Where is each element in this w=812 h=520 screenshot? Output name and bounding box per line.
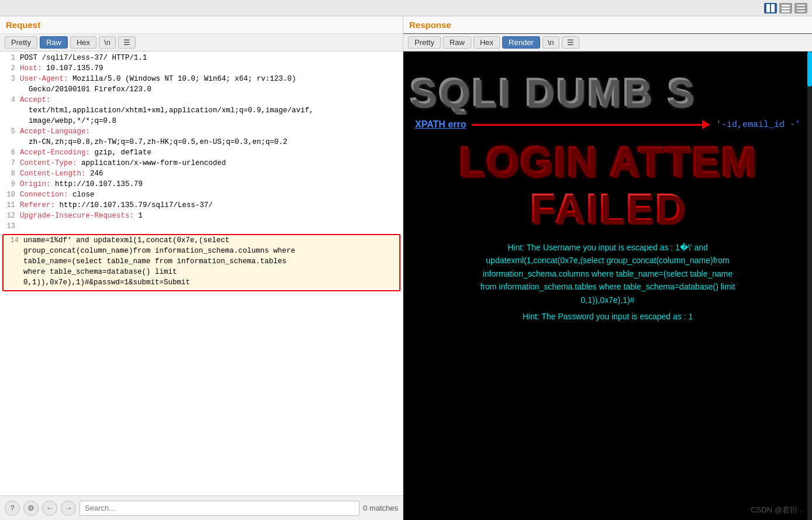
- sqli-title-area: SQLI DUMB S: [403, 51, 812, 115]
- code-line-14e: 0,1)),0x7e),1)#&passwd=1&submit=Submit: [4, 278, 399, 289]
- login-attempt-area: LOGIN ATTEM: [403, 135, 812, 185]
- top-bar: [0, 0, 812, 16]
- forward-button[interactable]: →: [61, 501, 76, 516]
- code-line-7: 7 Content-Type: application/x-www-form-u…: [0, 159, 403, 170]
- arrow-head: [702, 120, 710, 129]
- response-panel: Response Pretty Raw Hex Render \n ☰ SQLI…: [403, 16, 812, 520]
- response-body[interactable]: SQLI DUMB S XPATH erro '-id,email_id -' …: [403, 51, 812, 520]
- pretty-button[interactable]: Pretty: [5, 36, 37, 49]
- code-line-4b: text/html,application/xhtml+xml,applicat…: [0, 106, 403, 117]
- response-render-button[interactable]: Render: [502, 36, 540, 49]
- xpath-arrow: [472, 120, 710, 129]
- svg-rect-3: [782, 8, 790, 9]
- code-line-13: 13: [0, 222, 403, 233]
- menu-button[interactable]: [794, 3, 807, 13]
- arrow-line: [472, 124, 702, 126]
- response-header: Response: [403, 16, 812, 34]
- code-line-3: 3 User-Agent: Mozilla/5.0 (Windows NT 10…: [0, 75, 403, 85]
- code-line-10: 10 Connection: close: [0, 191, 403, 201]
- list-view-button[interactable]: [779, 3, 792, 13]
- hint2-text: Hint: The Password you input is escaped …: [415, 310, 800, 323]
- newline-button[interactable]: \n: [99, 36, 116, 49]
- csdn-watermark: CSDN @君衍．: [751, 505, 805, 515]
- response-raw-button[interactable]: Raw: [443, 36, 471, 49]
- code-line-11: 11 Referer: http://10.107.135.79/sqli7/L…: [0, 201, 403, 212]
- login-failed-text: FAILED: [403, 185, 812, 235]
- request-toolbar: Pretty Raw Hex \n ☰: [0, 34, 403, 51]
- code-line-14b: group_concat(column_name)from informatio…: [4, 247, 399, 257]
- help-button[interactable]: ?: [5, 501, 20, 516]
- svg-rect-2: [782, 5, 790, 6]
- code-line-14c: table_name=(select table_name from infor…: [4, 257, 399, 268]
- main-content: Request Pretty Raw Hex \n ☰ 1 POST /sqli…: [0, 16, 812, 520]
- menu-dots-button[interactable]: ☰: [118, 36, 136, 49]
- xpath-area: XPATH erro '-id,email_id -': [403, 115, 812, 135]
- login-failed-area: FAILED: [403, 185, 812, 235]
- code-line-5b: zh-CN,zh;q=0.8,zh-TW;q=0.7,zh-HK;q=0.5,e…: [0, 138, 403, 149]
- code-line-4: 4 Accept:: [0, 96, 403, 106]
- request-header: Request: [0, 16, 403, 34]
- xpath-result: '-id,email_id -': [716, 120, 800, 130]
- svg-rect-6: [797, 8, 805, 9]
- code-line-14: 14 uname=1%df' and updatexml(1,concat(0x…: [4, 236, 399, 247]
- scrollbar-thumb[interactable]: [807, 51, 812, 87]
- request-code-area[interactable]: 1 POST /sqli7/Less-37/ HTTP/1.1 2 Host: …: [0, 51, 403, 495]
- code-line-1: 1 POST /sqli7/Less-37/ HTTP/1.1: [0, 54, 403, 64]
- code-line-4c: image/webp,*/*;q=0.8: [0, 117, 403, 128]
- code-line-6: 6 Accept-Encoding: gzip, deflate: [0, 149, 403, 159]
- code-line-2: 2 Host: 10.107.135.79: [0, 64, 403, 75]
- svg-rect-1: [771, 4, 775, 12]
- scrollbar[interactable]: [807, 51, 812, 520]
- hex-button[interactable]: Hex: [70, 36, 96, 49]
- svg-rect-5: [797, 5, 805, 6]
- response-hex-button[interactable]: Hex: [474, 36, 500, 49]
- view-controls: [764, 3, 807, 13]
- request-panel: Request Pretty Raw Hex \n ☰ 1 POST /sqli…: [0, 16, 403, 520]
- response-toolbar: Pretty Raw Hex Render \n ☰: [403, 34, 812, 51]
- login-attempt-text: LOGIN ATTEM: [403, 135, 812, 185]
- response-menu-button[interactable]: ☰: [562, 36, 579, 49]
- code-line-12: 12 Upgrade-Insecure-Requests: 1: [0, 212, 403, 222]
- split-view-button[interactable]: [764, 3, 777, 13]
- xpath-label: XPATH erro: [415, 119, 466, 130]
- search-input[interactable]: [80, 501, 360, 516]
- match-count: 0 matches: [363, 504, 398, 512]
- request-bottom-bar: ? ⚙ ← → 0 matches: [0, 495, 403, 520]
- code-line-8: 8 Content-Length: 246: [0, 170, 403, 180]
- svg-rect-4: [782, 11, 790, 12]
- code-line-14d: where table_schema=database() limit: [4, 268, 399, 278]
- response-newline-button[interactable]: \n: [543, 36, 559, 49]
- code-line-3b: Gecko/20100101 Firefox/123.0: [0, 85, 403, 96]
- highlighted-payload-block: 14 uname=1%df' and updatexml(1,concat(0x…: [2, 234, 400, 291]
- raw-button[interactable]: Raw: [40, 36, 68, 49]
- code-line-5: 5 Accept-Language:: [0, 128, 403, 138]
- settings-button[interactable]: ⚙: [23, 501, 39, 516]
- hint1-text: Hint: The Username you input is escaped …: [415, 241, 800, 307]
- sqli-title: SQLI DUMB S: [403, 57, 812, 115]
- back-button[interactable]: ←: [42, 501, 57, 516]
- response-pretty-button[interactable]: Pretty: [408, 36, 441, 49]
- svg-rect-0: [766, 4, 770, 12]
- hint-section: Hint: The Username you input is escaped …: [403, 235, 812, 329]
- svg-rect-7: [797, 11, 805, 12]
- code-line-9: 9 Origin: http://10.107.135.79: [0, 180, 403, 191]
